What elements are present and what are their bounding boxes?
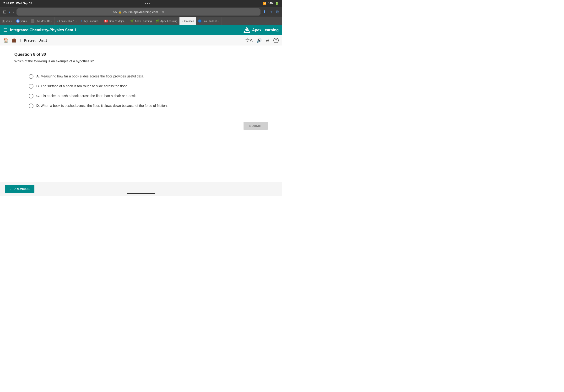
option-d-letter: D. [36, 104, 41, 108]
url-text: course.apexlearning.com [123, 10, 158, 14]
question-divider [14, 68, 268, 68]
tabs-row: 1 you u G you u The Most De... ≈ Local J… [0, 17, 282, 25]
question-text: Which of the following is an example of … [14, 59, 268, 63]
option-c-text: It is easier to push a book across the f… [41, 94, 137, 98]
radio-d[interactable] [29, 103, 33, 108]
wifi-icon: 📶 [263, 2, 266, 5]
tab-number[interactable]: 1 you u [0, 17, 14, 25]
option-a-label: A. Measuring how far a book slides acros… [36, 74, 144, 79]
home-indicator [127, 193, 155, 194]
tab-filo[interactable]: 🔵 Filo Student:... [196, 17, 222, 25]
svg-point-2 [246, 29, 248, 31]
tab-filo-label: Filo Student:... [203, 20, 220, 22]
refresh-icon[interactable]: ↻ [161, 10, 164, 14]
url-bar[interactable]: AA 🔒 course.apexlearning.com ↻ [16, 8, 261, 15]
back-icon[interactable]: ‹ [9, 10, 10, 14]
status-right: 📶 14% 🔋 [263, 2, 279, 5]
option-d[interactable]: D. When a book is pushed across the floo… [29, 103, 268, 108]
header-left: ☰ Integrated Chemistry-Physics Sem 1 [3, 28, 76, 33]
nav-icons: ⊡ ‹ › [3, 9, 14, 14]
hamburger-menu[interactable]: ☰ [3, 28, 7, 33]
tab-gen-z-label: Gen Z: Major... [109, 20, 126, 22]
option-c[interactable]: C. It is easier to push a book across th… [29, 94, 268, 98]
tab-local-jobs[interactable]: ≈ Local Jobs: 1... [55, 17, 79, 25]
option-a-text: Measuring how far a book slides across t… [41, 74, 144, 78]
dots-indicator [145, 3, 150, 4]
option-b[interactable]: B. The surface of a book is too rough to… [29, 84, 268, 89]
apex-logo: Apex Learning [244, 27, 279, 33]
new-tab-icon[interactable]: + [270, 9, 273, 15]
pretest-label: Pretest: Unit 1 [24, 39, 47, 42]
tab-apex-2-label: Apex Learning [160, 20, 177, 22]
time-display: 2:48 PM [3, 2, 14, 5]
option-c-label: C. It is easier to push a book across th… [36, 94, 137, 98]
dot-1 [145, 3, 146, 4]
option-c-letter: C. [36, 94, 41, 98]
aa-label: AA [113, 10, 117, 14]
answer-options: A. Measuring how far a book slides acros… [14, 74, 268, 108]
tab-most-de-label: The Most De... [35, 20, 53, 22]
help-icon[interactable]: ? [273, 38, 279, 43]
tab-courses-active[interactable]: ✕ Courses [179, 17, 196, 25]
option-d-text: When a book is pushed across the floor, … [41, 104, 168, 108]
tab-number-label: you u [6, 20, 12, 22]
tab-apex-2[interactable]: 🌿 Apex Learning [154, 17, 179, 25]
tab-most-de[interactable]: The Most De... [29, 17, 55, 25]
apex-logo-text: Apex Learning [252, 28, 279, 32]
option-a[interactable]: A. Measuring how far a book slides acros… [29, 74, 268, 79]
sub-right: 文A 🔊 🖨 ? [246, 38, 279, 43]
sub-left: 🏠 💼 ↑ Pretest: Unit 1 [3, 38, 47, 43]
main-content: Question 8 of 30 Which of the following … [0, 45, 282, 115]
option-b-letter: B. [36, 84, 41, 88]
option-b-label: B. The surface of a book is too rough to… [36, 84, 127, 89]
tab-gen-z[interactable]: BI Gen Z: Major... [102, 17, 128, 25]
option-d-label: D. When a book is pushed across the floo… [36, 103, 167, 108]
tab-courses-label: Courses [184, 20, 194, 22]
option-a-letter: A. [36, 74, 41, 78]
battery-icon: 🔋 [275, 2, 279, 5]
translate-icon[interactable]: 文A [246, 38, 253, 43]
submit-button[interactable]: SUBMIT [244, 122, 268, 130]
submit-row: SUBMIT [0, 115, 282, 130]
radio-a[interactable] [29, 74, 33, 79]
tabs-icon[interactable]: ⧉ [276, 10, 279, 14]
radio-b[interactable] [29, 84, 33, 89]
radio-c[interactable] [29, 94, 33, 98]
dot-3 [149, 3, 150, 4]
tab-courses-close[interactable]: ✕ [181, 20, 183, 22]
briefcase-icon[interactable]: 💼 [12, 38, 16, 43]
status-left: 2:48 PM Wed Sep 18 [3, 2, 32, 5]
course-title: Integrated Chemistry-Physics Sem 1 [10, 28, 76, 32]
tab-google-label: you u [21, 20, 27, 22]
tab-apex-1-label: Apex Learning [135, 20, 152, 22]
option-b-text: The surface of a book is too rough to sl… [41, 84, 127, 88]
tab-my-fav[interactable]: ⬡ My Favorite... [79, 17, 103, 25]
sidebar-toggle-icon[interactable]: ⊡ [3, 9, 6, 14]
app-header: ☰ Integrated Chemistry-Physics Sem 1 Ape… [0, 25, 282, 35]
tab-apex-1[interactable]: 🌿 Apex Learning [128, 17, 154, 25]
share-icon[interactable]: ⬆ [263, 9, 266, 14]
tab-my-fav-label: My Favorite... [84, 20, 100, 22]
url-actions: ⬆ + ⧉ [263, 9, 279, 15]
forward-icon[interactable]: › [13, 10, 14, 14]
bottom-bar: ← PREVIOUS [0, 182, 282, 196]
status-bar: 2:48 PM Wed Sep 18 📶 14% 🔋 [0, 0, 282, 7]
breadcrumb-arrow: ↑ [19, 38, 21, 42]
previous-button[interactable]: ← PREVIOUS [5, 185, 34, 193]
question-number: Question 8 of 30 [14, 52, 268, 57]
url-bar-row: ⊡ ‹ › AA 🔒 course.apexlearning.com ↻ ⬆ +… [0, 7, 282, 17]
date-display: Wed Sep 18 [16, 2, 32, 5]
tab-local-jobs-label: Local Jobs: 1... [59, 20, 77, 22]
print-icon[interactable]: 🖨 [265, 38, 270, 43]
lock-icon: 🔒 [118, 10, 122, 14]
tab-google[interactable]: G you u [14, 17, 29, 25]
audio-icon[interactable]: 🔊 [256, 38, 262, 43]
apex-learning-icon [244, 27, 250, 33]
battery-display: 14% [268, 2, 273, 5]
sub-header: 🏠 💼 ↑ Pretest: Unit 1 文A 🔊 🖨 ? [0, 35, 282, 45]
dot-2 [147, 3, 148, 4]
home-icon[interactable]: 🏠 [3, 38, 9, 43]
